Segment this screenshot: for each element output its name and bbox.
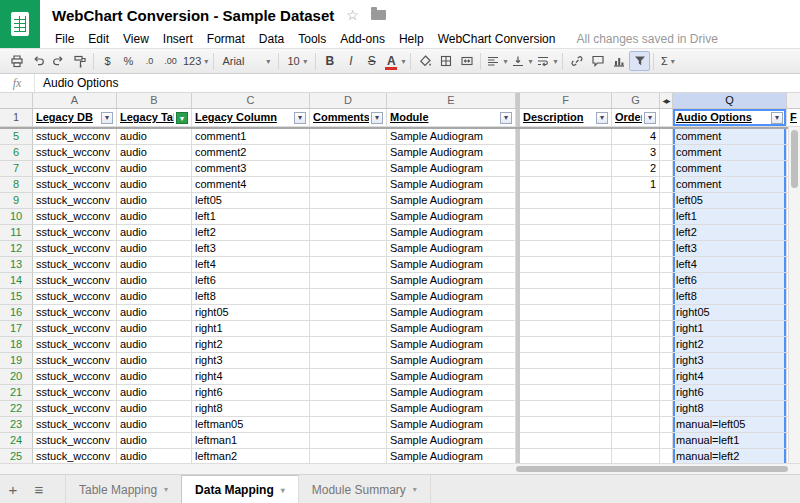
row-header-21[interactable]: 21 bbox=[0, 385, 33, 401]
cell-Q22[interactable]: right8 bbox=[673, 401, 787, 417]
cell-G15[interactable] bbox=[612, 289, 660, 305]
cell-partial1[interactable]: Fi bbox=[787, 109, 800, 127]
cell-F9[interactable] bbox=[520, 193, 612, 209]
cell-D15[interactable] bbox=[310, 289, 387, 305]
cell-G16[interactable] bbox=[612, 305, 660, 321]
row-header-24[interactable]: 24 bbox=[0, 433, 33, 449]
row-header-15[interactable]: 15 bbox=[0, 289, 33, 305]
row-header-16[interactable]: 16 bbox=[0, 305, 33, 321]
cell-C6[interactable]: comment2 bbox=[192, 145, 310, 161]
cell-B8[interactable]: audio bbox=[117, 177, 192, 193]
cell-C19[interactable]: right3 bbox=[192, 353, 310, 369]
horizontal-scrollbar-thumb[interactable] bbox=[516, 466, 788, 472]
cell-D17[interactable] bbox=[310, 321, 387, 337]
cell-B6[interactable]: audio bbox=[117, 145, 192, 161]
cell-F18[interactable] bbox=[520, 337, 612, 353]
cell-hidden-gap-18[interactable] bbox=[660, 337, 673, 353]
cell-E18[interactable]: Sample Audiogram bbox=[387, 337, 516, 353]
cell-B1[interactable]: Legacy Table▼ bbox=[117, 109, 192, 127]
tab-table-mapping[interactable]: Table Mapping ▾ bbox=[65, 475, 182, 503]
cell-C21[interactable]: right6 bbox=[192, 385, 310, 401]
cell-hidden-gap-19[interactable] bbox=[660, 353, 673, 369]
cell-D13[interactable] bbox=[310, 257, 387, 273]
cell-E5[interactable]: Sample Audiogram bbox=[387, 129, 516, 145]
row-header-25[interactable]: 25 bbox=[0, 449, 33, 463]
cell-E10[interactable]: Sample Audiogram bbox=[387, 209, 516, 225]
cell-A15[interactable]: sstuck_wcconv bbox=[33, 289, 117, 305]
cell-D19[interactable] bbox=[310, 353, 387, 369]
cell-A22[interactable]: sstuck_wcconv bbox=[33, 401, 117, 417]
cell-A9[interactable]: sstuck_wcconv bbox=[33, 193, 117, 209]
cell-C20[interactable]: right4 bbox=[192, 369, 310, 385]
column-header-Q[interactable]: Q bbox=[673, 93, 787, 109]
row-header-6[interactable]: 6 bbox=[0, 145, 33, 161]
column-header-partial[interactable] bbox=[787, 93, 800, 109]
cell-hidden-gap-13[interactable] bbox=[660, 257, 673, 273]
cell-E13[interactable]: Sample Audiogram bbox=[387, 257, 516, 273]
cell-Q1[interactable]: Audio Options▾ bbox=[673, 109, 787, 127]
cell-F14[interactable] bbox=[520, 273, 612, 289]
cell-D12[interactable] bbox=[310, 241, 387, 257]
row-header-5[interactable]: 5 bbox=[0, 129, 33, 145]
cell-A12[interactable]: sstuck_wcconv bbox=[33, 241, 117, 257]
cell-C17[interactable]: right1 bbox=[192, 321, 310, 337]
increase-decimal-button[interactable]: .00 bbox=[160, 51, 181, 71]
font-size-select[interactable]: 10▾ bbox=[282, 51, 312, 71]
cell-Q10[interactable]: left1 bbox=[673, 209, 787, 225]
cell-G22[interactable] bbox=[612, 401, 660, 417]
cell-G14[interactable] bbox=[612, 273, 660, 289]
cell-A16[interactable]: sstuck_wcconv bbox=[33, 305, 117, 321]
cell-A8[interactable]: sstuck_wcconv bbox=[33, 177, 117, 193]
cell-A24[interactable]: sstuck_wcconv bbox=[33, 433, 117, 449]
cell-B18[interactable]: audio bbox=[117, 337, 192, 353]
cell-E15[interactable]: Sample Audiogram bbox=[387, 289, 516, 305]
cell-hidden-gap-7[interactable] bbox=[660, 161, 673, 177]
menu-insert[interactable]: Insert bbox=[156, 32, 200, 46]
cell-B7[interactable]: audio bbox=[117, 161, 192, 177]
cell-Q15[interactable]: left8 bbox=[673, 289, 787, 305]
row-header-19[interactable]: 19 bbox=[0, 353, 33, 369]
cell-Q8[interactable]: comment bbox=[673, 177, 787, 193]
cell-E22[interactable]: Sample Audiogram bbox=[387, 401, 516, 417]
cell-F22[interactable] bbox=[520, 401, 612, 417]
cell-D9[interactable] bbox=[310, 193, 387, 209]
column-header-F[interactable]: F bbox=[520, 93, 612, 109]
cell-E16[interactable]: Sample Audiogram bbox=[387, 305, 516, 321]
vertical-scrollbar[interactable] bbox=[788, 127, 800, 463]
add-sheet-button[interactable]: + bbox=[0, 475, 26, 503]
cell-D18[interactable] bbox=[310, 337, 387, 353]
cell-E7[interactable]: Sample Audiogram bbox=[387, 161, 516, 177]
cell-hidden-gap-11[interactable] bbox=[660, 225, 673, 241]
cell-hidden-gap-17[interactable] bbox=[660, 321, 673, 337]
cell-E21[interactable]: Sample Audiogram bbox=[387, 385, 516, 401]
column-header-G[interactable]: G bbox=[612, 93, 660, 109]
cell-F25[interactable] bbox=[520, 449, 612, 463]
cell-Q5[interactable]: comment bbox=[673, 129, 787, 145]
row-header-7[interactable]: 7 bbox=[0, 161, 33, 177]
cell-Q19[interactable]: right3 bbox=[673, 353, 787, 369]
horizontal-align-button[interactable]: ▾ bbox=[484, 51, 509, 71]
row-header-8[interactable]: 8 bbox=[0, 177, 33, 193]
vertical-align-button[interactable]: ▾ bbox=[509, 51, 534, 71]
functions-button[interactable]: Σ▾ bbox=[657, 51, 678, 71]
folder-icon[interactable] bbox=[371, 10, 386, 20]
cell-F21[interactable] bbox=[520, 385, 612, 401]
cell-D23[interactable] bbox=[310, 417, 387, 433]
cell-B19[interactable]: audio bbox=[117, 353, 192, 369]
cell-E8[interactable]: Sample Audiogram bbox=[387, 177, 516, 193]
cell-hidden-gap-20[interactable] bbox=[660, 369, 673, 385]
filter-dropdown-button[interactable]: ▾ bbox=[644, 112, 656, 124]
cell-C1[interactable]: Legacy Column▾ bbox=[192, 109, 310, 127]
cell-Q12[interactable]: left3 bbox=[673, 241, 787, 257]
row-header-12[interactable]: 12 bbox=[0, 241, 33, 257]
cell-A14[interactable]: sstuck_wcconv bbox=[33, 273, 117, 289]
cell-B16[interactable]: audio bbox=[117, 305, 192, 321]
cell-D14[interactable] bbox=[310, 273, 387, 289]
cell-A21[interactable]: sstuck_wcconv bbox=[33, 385, 117, 401]
column-header-E[interactable]: E bbox=[387, 93, 516, 109]
cell-G7[interactable]: 2 bbox=[612, 161, 660, 177]
all-sheets-button[interactable]: ≡ bbox=[26, 475, 52, 503]
cell-F6[interactable] bbox=[520, 145, 612, 161]
cell-G25[interactable] bbox=[612, 449, 660, 463]
currency-format-button[interactable]: $ bbox=[97, 51, 118, 71]
